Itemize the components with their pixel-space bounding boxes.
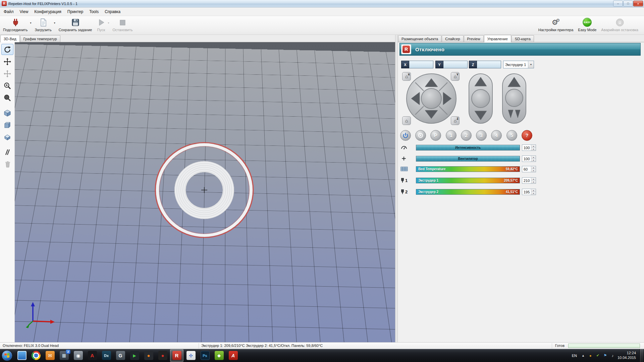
menu-file[interactable]: Файл: [1, 8, 17, 16]
menu-printer[interactable]: Принтер: [64, 8, 86, 16]
menu-tools[interactable]: Tools: [86, 8, 102, 16]
spin-up-icon[interactable]: ▲: [531, 145, 536, 147]
load-dropdown-arrow[interactable]: ▾: [54, 16, 56, 34]
3d-viewport[interactable]: [15, 42, 395, 342]
tray-orange-app-icon[interactable]: ●: [588, 354, 593, 358]
rotate-view-button[interactable]: [1, 44, 13, 55]
start-print-button[interactable]: Пуск: [94, 16, 108, 34]
minimize-button[interactable]: –: [613, 1, 623, 6]
taskbar-item-explorer[interactable]: [15, 349, 29, 362]
taskbar-item-repetier[interactable]: R: [170, 349, 183, 362]
start-button[interactable]: [1, 349, 13, 362]
taskbar-item-red-ball[interactable]: ●: [156, 349, 169, 362]
menu-config[interactable]: Конфигурация: [31, 8, 64, 16]
pan-view-button[interactable]: [1, 56, 13, 67]
fan-speed-slider[interactable]: Вентилятор: [416, 156, 520, 162]
script-1-button[interactable]: 1: [446, 130, 457, 141]
park-button[interactable]: P: [430, 130, 441, 141]
script-2-button[interactable]: 2: [461, 130, 472, 141]
tab-control[interactable]: Управление: [484, 35, 511, 42]
spin-down-icon[interactable]: ▼: [531, 192, 536, 195]
tab-sd-card[interactable]: SD-карта: [512, 35, 534, 42]
taskbar-item-red-a[interactable]: A: [86, 349, 99, 362]
spin-down-icon[interactable]: ▼: [531, 180, 536, 183]
top-view-button[interactable]: [1, 131, 13, 142]
save-job-button[interactable]: Сохранить задание: [56, 16, 95, 34]
x-position-field[interactable]: [409, 61, 433, 68]
taskbar-item-grid-app[interactable]: ▦ 2: [57, 349, 71, 362]
home-all-button[interactable]: ⌂: [402, 116, 411, 125]
tab-3d-view[interactable]: 3D-Вид: [0, 35, 20, 42]
taskbar-item-media[interactable]: ▶: [128, 349, 141, 362]
spin-down-icon[interactable]: ▼: [531, 169, 536, 172]
taskbar-item-acrobat[interactable]: A: [226, 349, 240, 362]
tab-object-placement[interactable]: Размещение объекта: [398, 35, 441, 42]
stop-print-button[interactable]: Остановить: [110, 16, 135, 34]
spin-down-icon[interactable]: ▼: [531, 147, 536, 150]
spin-up-icon[interactable]: ▲: [531, 178, 536, 180]
help-button[interactable]: ?: [522, 130, 532, 141]
connect-button[interactable]: Подсоединить: [1, 16, 30, 34]
load-button[interactable]: Загрузить: [32, 16, 54, 34]
extruder2-temp-spinner[interactable]: 195 ▲ ▼: [522, 189, 536, 195]
home-y-button[interactable]: ⌂ Y: [451, 72, 460, 81]
extruder-pad[interactable]: [502, 73, 527, 124]
fan-speed-value[interactable]: 100: [522, 156, 531, 162]
connect-dropdown-arrow[interactable]: ▾: [30, 16, 32, 34]
spin-down-icon[interactable]: ▼: [531, 159, 536, 162]
taskbar-item-chrome[interactable]: [29, 349, 43, 362]
taskbar-item-photoshop[interactable]: Ps: [198, 349, 212, 362]
tray-update-icon[interactable]: ✔: [595, 353, 600, 358]
menu-help[interactable]: Справка: [102, 8, 123, 16]
spin-up-icon[interactable]: ▲: [531, 166, 536, 169]
atx-power-button[interactable]: [415, 130, 426, 141]
bed-temp-target[interactable]: 60: [522, 166, 531, 172]
tab-temp-graph[interactable]: График температур: [20, 35, 60, 42]
bed-temp-spinner[interactable]: 60 ▲ ▼: [522, 166, 536, 172]
home-z-button[interactable]: ⌂ Z: [451, 116, 460, 125]
flow-rate-spinner[interactable]: 100 ▲ ▼: [522, 144, 536, 151]
taskbar-item-blender[interactable]: ●: [142, 349, 155, 362]
taskbar-item-g-app[interactable]: G: [114, 349, 127, 362]
z-position-field[interactable]: [477, 61, 501, 68]
taskbar-item-green-app[interactable]: ◆: [212, 349, 226, 362]
menu-view[interactable]: View: [17, 8, 32, 16]
power-button[interactable]: [400, 130, 411, 141]
script-4-button[interactable]: 4: [491, 130, 502, 141]
clock[interactable]: 12:24 10.04.2015: [618, 351, 637, 360]
easy-mode-button[interactable]: EASY Easy Mode: [576, 16, 599, 34]
close-button[interactable]: ×: [633, 1, 643, 6]
emergency-stop-button[interactable]: Аварийная остановка: [599, 16, 641, 34]
tab-slicer[interactable]: Слайсер: [442, 35, 463, 42]
spin-up-icon[interactable]: ▲: [531, 189, 536, 192]
tray-flag-icon[interactable]: ⚑: [603, 353, 608, 358]
move-z-pad[interactable]: [468, 73, 493, 124]
zoom-button[interactable]: [1, 80, 13, 91]
script-3-button[interactable]: 3: [476, 130, 487, 141]
taskbar-item-camera[interactable]: ◉: [71, 349, 85, 362]
move-xy-pad[interactable]: [405, 72, 458, 125]
show-desktop-button[interactable]: [640, 349, 643, 362]
isometric-view-button[interactable]: [1, 107, 13, 118]
spin-up-icon[interactable]: ▲: [531, 156, 536, 159]
maximize-button[interactable]: □: [623, 1, 633, 6]
tray-expand-icon[interactable]: ▴: [581, 353, 586, 358]
printer-settings-button[interactable]: ⚙⚙ Настройки принтера: [536, 16, 576, 34]
taskbar-item-mail[interactable]: ✉: [43, 349, 57, 362]
delete-object-button[interactable]: [1, 159, 13, 170]
tray-volume-icon[interactable]: ♪: [610, 354, 615, 358]
extruder1-temp-spinner[interactable]: 210 ▲ ▼: [522, 177, 536, 184]
language-indicator[interactable]: EN: [571, 353, 578, 359]
parallel-projection-button[interactable]: [1, 146, 13, 158]
extruder1-temp-target[interactable]: 210: [522, 178, 531, 183]
pane-splitter[interactable]: [395, 35, 398, 342]
script-5-button[interactable]: 5: [506, 130, 517, 141]
taskbar-item-dx[interactable]: Dx: [100, 349, 113, 362]
front-view-button[interactable]: [1, 119, 13, 130]
fan-speed-spinner[interactable]: 100 ▲ ▼: [522, 156, 536, 162]
zoom-fit-button[interactable]: [1, 92, 13, 103]
extruder2-temp-target[interactable]: 195: [522, 189, 531, 195]
move-object-button[interactable]: [1, 68, 13, 79]
tab-preview[interactable]: Preview: [464, 35, 484, 42]
flow-rate-value[interactable]: 100: [522, 145, 531, 150]
